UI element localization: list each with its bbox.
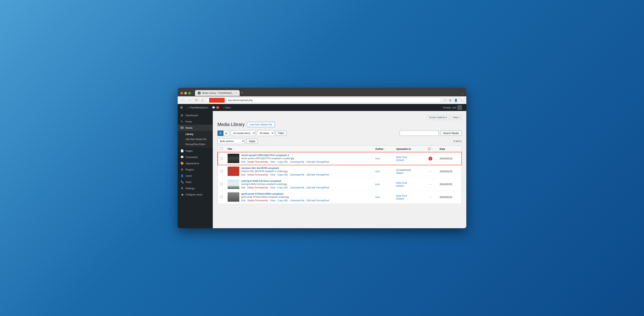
file-action-edit[interactable]: Edit [241,186,245,189]
reload-button[interactable]: ↻ [194,98,199,103]
sidebar-sub-perceptpixel[interactable]: PerceptPixel Editor [178,142,213,147]
sidebar-item-media[interactable]: 🎞 Media [178,125,213,131]
apply-button[interactable]: Apply [246,138,258,144]
date-filter[interactable]: All dates [257,130,274,136]
file-action-copy-url[interactable]: Copy URL [277,199,288,202]
file-action-delete-permanently[interactable]: Delete Permanently [248,186,268,189]
search-input[interactable] [400,130,439,136]
sidebar-item-comments[interactable]: 💬 Comments [178,154,213,160]
grid-view-button[interactable]: ⊞ [224,130,229,136]
file-action-edit[interactable]: Edit [241,174,245,176]
add-new-media-button[interactable]: Add New Media File [247,122,274,127]
home-button[interactable]: ⌂ [200,98,205,103]
file-action-edit[interactable]: Edit [241,160,245,163]
search-media-button[interactable]: Search Media [440,130,462,136]
row-checkbox[interactable] [220,183,223,185]
file-name-link[interactable]: garth-pratt-3YfSwCfJ6Do-unsplash [241,192,284,195]
file-action-copy-url[interactable]: Copy URL [277,186,288,189]
file-action-download-file[interactable]: Download file [290,160,304,163]
admin-bar-new[interactable]: + New [221,104,232,111]
sidebar-item-tools[interactable]: 🔧 Tools [178,179,213,185]
list-view-button[interactable]: ☰ [218,130,224,136]
admin-bar-comments[interactable]: 💬 0 [210,104,221,111]
col-file-header[interactable]: File ↕ [225,146,373,152]
extensions-icon[interactable]: ⊞ [448,98,452,103]
dashboard-icon: ⊞ [180,114,184,117]
sidebar-sub-add-new[interactable]: Add New Media File [178,137,213,142]
col-uploaded-header[interactable]: Uploaded to ↕ [394,146,424,152]
file-action-copy-url[interactable]: Copy URL [277,174,288,176]
menu-icon[interactable]: ⋮ [459,98,464,103]
howdy-menu[interactable]: Howdy, root [441,105,464,110]
file-action-view[interactable]: View [270,160,275,163]
col-author-header[interactable]: Author ↕ [373,146,394,152]
attach-link[interactable]: Attach [396,172,421,174]
file-name-link[interactable]: domino-164_6wVEHfI-unsplash [241,166,279,170]
sidebar-item-appearance[interactable]: 🎨 Appearance [178,160,213,166]
sidebar-item-posts[interactable]: ✎ Posts [178,118,213,125]
row-checkbox[interactable] [220,157,223,160]
wp-logo[interactable]: ⊕ [180,105,183,110]
detach-link[interactable]: Detach [396,158,421,162]
bookmark-icon[interactable]: ☆ [443,98,448,103]
file-action-view[interactable]: View [270,186,275,189]
sidebar-collapse[interactable]: ◀ Collapse menu [178,191,213,198]
file-action-delete-permanently[interactable]: Delete Permanently [248,160,268,163]
file-action-edit-with-perceptpixel[interactable]: Edit with PerceptPixel [306,186,329,189]
file-name-link[interactable]: annie-spratt-sJWVxQb17KA-unsplash-1 [241,154,289,157]
file-action-edit-with-perceptpixel[interactable]: Edit with PerceptPixel [306,174,329,176]
file-action-delete-permanently[interactable]: Delete Permanently [248,199,268,202]
screen-options-button[interactable]: Screen Options ▾ [427,115,449,120]
action-separator: | [289,186,290,189]
sidebar-item-users[interactable]: 👤 Users [178,173,213,179]
sidebar-sub-library[interactable]: Library [178,132,213,137]
filter-button[interactable]: Filter [276,130,286,136]
detach-link[interactable]: Detach [396,184,421,187]
sidebar-item-plugins[interactable]: ⚙ Plugins [178,166,213,173]
profile-icon[interactable]: 👤 [453,98,458,103]
forward-button[interactable]: → [187,98,192,103]
file-action-download-file[interactable]: Download file [290,186,304,189]
file-action-view[interactable]: View [270,199,275,202]
posts-icon: ✎ [180,120,184,123]
author-link[interactable]: root [375,196,380,198]
back-button[interactable]: ← [180,98,186,103]
active-tab[interactable]: W Media Library ‹ FlashMediaZ... × [195,90,240,96]
detach-link[interactable]: Detach [396,197,421,200]
author-link[interactable]: root [375,157,380,160]
admin-bar-home[interactable]: ⌂ FlashMediaZero [185,104,210,111]
file-action-download-file[interactable]: Download file [290,199,304,202]
author-link[interactable]: root [375,183,380,186]
media-type-filter[interactable]: All media items [231,130,256,136]
file-action-download-file[interactable]: Download file [290,174,304,176]
tab-close-button[interactable]: × [236,92,237,94]
new-tab-button[interactable]: + [241,91,244,96]
minimize-button[interactable] [184,92,187,94]
file-action-copy-url[interactable]: Copy URL [277,160,288,163]
sidebar-item-settings[interactable]: ⚙ Settings [178,185,213,191]
maximize-button[interactable] [188,92,191,94]
row-checkbox[interactable] [220,170,223,172]
file-action-edit-with-perceptpixel[interactable]: Edit with PerceptPixel [306,199,329,202]
file-action-view[interactable]: View [270,174,275,176]
close-button[interactable] [180,92,183,94]
file-thumbnail [228,166,239,176]
file-action-delete-permanently[interactable]: Delete Permanently [248,174,268,176]
file-info: annie-spratt-sJWVxQb17KA-unsplash-1annie… [241,154,370,163]
row-checkbox[interactable] [220,196,223,198]
uploaded-to-link[interactable]: New Post [396,156,421,158]
window-expand-button[interactable]: ⌄ [461,91,464,95]
help-button[interactable]: Help ▾ [451,115,462,120]
uploaded-to-link[interactable]: New Post [396,194,421,197]
file-name-link[interactable]: zetong-li-Kb6LXJsVuxs-unsplash [241,180,281,182]
file-action-edit[interactable]: Edit [241,199,245,202]
select-all-checkbox[interactable] [220,147,223,150]
table-row: zetong-li-Kb6LXJsVuxs-unsplashzetong-li-… [218,178,462,191]
author-link[interactable]: root [375,170,380,173]
bulk-actions-select[interactable]: Bulk actions [218,138,245,144]
sidebar-item-pages[interactable]: 📄 Pages [178,148,213,154]
sidebar-item-dashboard[interactable]: ⊞ Dashboard [178,112,213,118]
col-date-header[interactable]: Date ↓ [437,146,462,152]
uploaded-to-link[interactable]: New Post [396,182,421,184]
file-action-edit-with-perceptpixel[interactable]: Edit with PerceptPixel [306,160,329,163]
